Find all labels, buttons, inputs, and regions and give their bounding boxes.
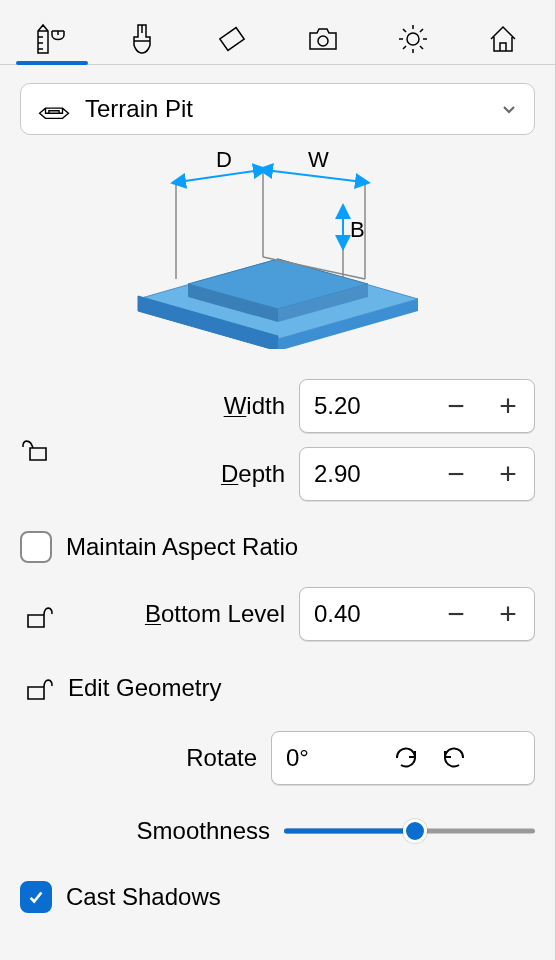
house-icon [485,21,521,57]
tab-brush[interactable] [112,14,172,64]
rotate-cw-icon [393,745,419,771]
eraser-icon [214,21,250,57]
width-input[interactable] [300,380,430,432]
rotate-input[interactable] [272,732,382,784]
cast-shadows-checkbox[interactable] [20,881,52,913]
diagram-w-label: W [308,149,329,172]
bottom-level-increment[interactable]: + [482,588,534,640]
depth-label: Depth [68,460,299,488]
bottom-level-spinner: − + [299,587,535,641]
svg-point-1 [407,33,419,45]
tab-house[interactable] [473,14,533,64]
brush-icon [124,21,160,57]
maintain-aspect-label: Maintain Aspect Ratio [66,533,298,561]
depth-increment[interactable]: + [482,448,534,500]
depth-input[interactable] [300,448,430,500]
rotate-ccw-button[interactable] [430,732,478,784]
lock-open-icon[interactable] [20,597,54,631]
bottom-level-input[interactable] [300,588,430,640]
smoothness-label: Smoothness [20,817,284,845]
tab-sun[interactable] [383,14,443,64]
slider-fill [284,829,415,834]
check-icon [27,888,45,906]
rotate-label: Rotate [20,744,271,772]
tab-measure[interactable] [22,14,82,64]
diagram-b-label: B [350,217,365,242]
terrain-pit-icon [37,94,71,124]
maintain-aspect-row: Maintain Aspect Ratio [20,515,535,587]
bottom-level-decrement[interactable]: − [430,588,482,640]
object-selector[interactable]: Terrain Pit [20,83,535,135]
svg-point-0 [318,36,328,46]
chevron-down-icon [500,100,518,118]
camera-icon [305,21,341,57]
rotate-cw-button[interactable] [382,732,430,784]
edit-geometry-row: Edit Geometry [20,655,535,721]
width-increment[interactable]: + [482,380,534,432]
tab-eraser[interactable] [202,14,262,64]
cast-shadows-label: Cast Shadows [66,883,221,911]
smoothness-row: Smoothness [20,799,535,857]
terrain-pit-diagram: D W B [128,149,428,349]
cast-shadows-row: Cast Shadows [20,857,535,937]
tab-bar [0,0,555,65]
diagram: D W B [20,135,535,379]
smoothness-slider[interactable] [284,817,535,845]
depth-decrement[interactable]: − [430,448,482,500]
tab-camera[interactable] [293,14,353,64]
depth-spinner: − + [299,447,535,501]
bottom-level-label: Bottom Level [68,600,299,628]
object-selector-label: Terrain Pit [85,95,500,123]
diagram-d-label: D [216,149,232,172]
rotate-ccw-icon [441,745,467,771]
properties-panel: Terrain Pit [0,0,556,960]
lock-open-icon[interactable] [20,669,54,703]
slider-thumb[interactable] [403,819,427,843]
lock-open-icon[interactable] [20,430,54,464]
width-decrement[interactable]: − [430,380,482,432]
rotate-spinner [271,731,535,785]
maintain-aspect-checkbox[interactable] [20,531,52,563]
width-spinner: − + [299,379,535,433]
sun-icon [395,21,431,57]
content-area: Terrain Pit [0,65,555,955]
measure-icon [34,21,70,57]
edit-geometry-label: Edit Geometry [68,674,221,702]
width-label: Width [68,392,299,420]
